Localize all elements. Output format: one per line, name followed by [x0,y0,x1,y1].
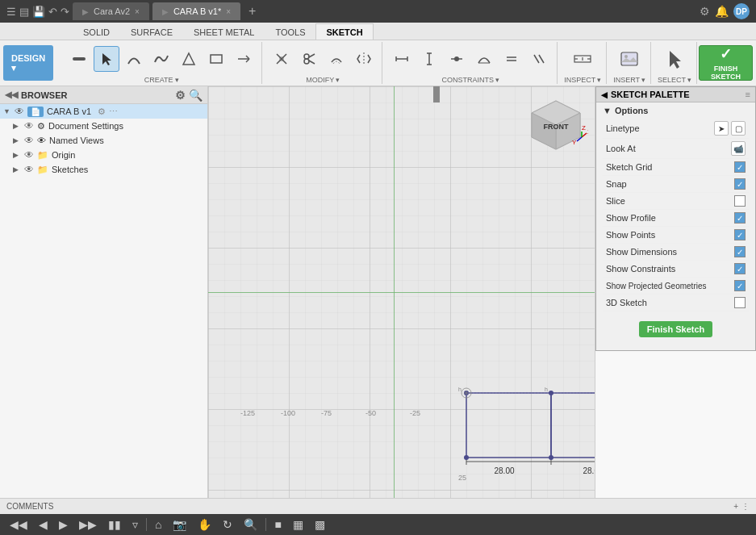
slice-checkbox[interactable] [734,195,746,207]
parallel-constraint[interactable] [526,46,552,72]
measure-tool[interactable] [570,46,595,72]
projected-checkbox[interactable]: ✓ [734,280,746,291]
snap-checkbox[interactable]: ✓ [734,178,746,190]
select-tool[interactable] [94,46,119,72]
svg-text:Z: Z [582,124,586,132]
view-home-btn[interactable]: ⌂ [152,516,165,533]
constraints-checkbox[interactable]: ✓ [734,263,746,274]
tab-solid[interactable]: SOLID [73,23,120,40]
browser-item-doc-settings[interactable]: ▶ 👁 ⚙ Document Settings [0,119,207,133]
notifications-icon[interactable]: 🔔 [715,5,729,18]
profile-checkbox[interactable]: ✓ [734,212,746,224]
lookat-btn[interactable]: 📹 [731,141,746,156]
comment-settings-icon[interactable]: ⋮ [741,502,750,511]
coincident-constraint[interactable] [444,46,470,72]
tab-cara-bv1[interactable]: ▶ CARA B v1* × [152,2,240,20]
eye-icon-origin[interactable]: 👁 [24,149,34,161]
finish-sketch-palette-btn[interactable]: Finish Sketch [639,321,713,337]
tab-sketch[interactable]: SKETCH [315,23,373,40]
horiz-constraint[interactable] [389,46,415,72]
user-avatar[interactable]: DP [733,3,750,19]
insert-image-tool[interactable] [616,46,642,72]
create-icons [66,42,257,76]
design-button[interactable]: DESIGN ▾ [3,45,53,81]
scissors-tool[interactable] [296,46,322,72]
browser-search-icon[interactable]: 🔍 [189,89,203,102]
close-tab-icon[interactable]: × [135,7,140,16]
lookat-control: 📹 [731,141,746,156]
browser-header-icons: ⚙ 🔍 [175,89,203,102]
toolbar-tabs: SOLID SURFACE SHEET METAL TOOLS SKETCH [0,23,756,40]
svg-point-43 [549,391,553,395]
line-tool[interactable] [66,46,92,72]
root-settings-icon[interactable]: ⚙ [98,107,106,117]
eye-icon-views[interactable]: 👁 [24,135,34,146]
tab-cara-av2[interactable]: ▶ Cara Av2 × [73,2,149,20]
palette-row-points: Show Points ✓ [603,227,749,244]
eye-icon-root[interactable]: 👁 [15,106,24,117]
extend-tool[interactable] [231,46,257,72]
eye-icon-sketches[interactable]: 👁 [24,164,34,175]
nav-prev-btn[interactable]: ◀ [36,516,51,533]
offset-tool[interactable] [324,46,349,72]
finish-sketch-button[interactable]: ✓ FINISH SKETCH [699,45,753,81]
mirror-tool[interactable] [351,46,377,72]
browser-content: ▼ 👁 📄 CARA B v1 ⚙ ⋯ ▶ 👁 ⚙ Document Setti… [0,104,207,498]
palette-collapse-icon[interactable]: ◀ [601,90,608,99]
close-tab-icon-2[interactable]: × [226,7,231,16]
browser-settings-icon[interactable]: ⚙ [175,89,186,102]
pan-btn[interactable]: ✋ [194,516,215,533]
orbit-btn[interactable]: ↻ [219,516,236,533]
nav-cube[interactable]: FRONT X Z Y [524,93,588,157]
tab-surface[interactable]: SURFACE [120,23,183,40]
browser-item-root[interactable]: ▼ 👁 📄 CARA B v1 ⚙ ⋯ [0,104,207,119]
equal-constraint[interactable] [499,46,524,72]
select-mode[interactable] [662,46,687,72]
add-comment-icon[interactable]: + [733,502,738,511]
gear-icon-doc: ⚙ [37,121,45,132]
spline-tool[interactable] [148,46,174,72]
tab-tools[interactable]: TOOLS [265,23,315,40]
nav-play-btn[interactable]: ▶ [56,516,71,533]
nav-first-btn[interactable]: ◀◀ [6,516,31,533]
nav-stop-btn[interactable]: ▮▮ [105,516,124,533]
display-mode-btn2[interactable]: ▦ [290,516,307,533]
palette-drag-icon[interactable]: ≡ [746,90,750,99]
camera-btn[interactable]: 📷 [169,516,190,533]
settings-icon[interactable]: ⚙ [700,5,710,18]
tangent-constraint[interactable] [471,46,497,72]
inspect-label: INSPECT ▾ [564,76,601,84]
rect-tool[interactable] [203,46,229,72]
nav-next-btn[interactable]: ▶▶ [76,516,100,533]
folder-icon-origin: 📁 [37,150,48,161]
triangle-tool[interactable] [176,46,202,72]
browser-item-sketches[interactable]: ▶ 👁 📁 Sketches [0,162,207,177]
root-more-icon[interactable]: ⋯ [109,107,118,117]
points-checkbox[interactable]: ✓ [734,229,746,240]
slice-label: Slice [606,196,729,206]
display-mode-btn3[interactable]: ▩ [311,516,328,533]
eye-icon-doc[interactable]: 👁 [24,120,34,132]
dimensions-checkbox[interactable]: ✓ [734,246,746,257]
linetype-btn2[interactable]: ▢ [731,121,746,136]
display-mode-btn1[interactable]: ■ [271,516,284,533]
add-tab-button[interactable]: + [244,4,261,19]
constraints-label2: Show Constraints [606,264,729,274]
sketchgrid-checkbox[interactable]: ✓ [734,161,746,173]
zoom-btn[interactable]: 🔍 [240,516,261,533]
linetype-btn1[interactable]: ➤ [714,121,729,136]
toolbar-row: DESIGN ▾ [0,40,756,86]
timeline-marker-icon[interactable]: ▿ [129,516,141,533]
canvas-area[interactable]: -125 -100 -75 -50 -25 25 50 28.00 28.00 [208,86,595,498]
panel-drag-handle[interactable] [433,86,440,102]
browser-item-named-views[interactable]: ▶ 👁 👁 Named Views [0,133,207,148]
trim-tool[interactable] [269,46,294,72]
browser-item-origin[interactable]: ▶ 👁 📁 Origin [0,148,207,162]
vert-constraint[interactable] [416,46,442,72]
arc-tool[interactable] [121,46,147,72]
tab-sheet-metal[interactable]: SHEET METAL [183,23,265,40]
browser-collapse-icon[interactable]: ◀◀ [5,90,18,100]
palette-row-constraints: Show Constraints ✓ [603,261,749,278]
3dsketch-checkbox[interactable] [734,297,746,308]
svg-point-29 [624,55,628,58]
